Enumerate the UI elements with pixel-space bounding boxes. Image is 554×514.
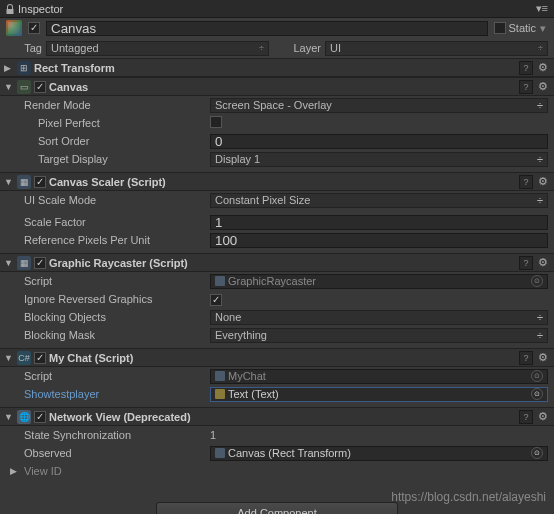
view-id-row[interactable]: ▶ View ID [0,462,554,480]
my-chat-title: My Chat (Script) [49,352,516,364]
network-view-enabled-checkbox[interactable] [34,411,46,423]
rect-transform-icon: ⊞ [17,61,31,75]
pixel-perfect-label: Pixel Perfect [38,117,206,129]
static-dropdown-icon[interactable]: ▾ [538,22,548,35]
gear-icon[interactable]: ⚙ [536,351,550,365]
gr-script-label: Script [24,275,206,287]
blocking-mask-label: Blocking Mask [24,329,206,341]
blocking-mask-dropdown[interactable]: Everything÷ [210,328,548,343]
foldout-icon[interactable]: ▼ [4,177,14,187]
showtestplayer-label: Showtestplayer [24,388,206,400]
foldout-icon[interactable]: ▼ [4,82,14,92]
mc-script-row: Script MyChat⊙ [0,367,554,385]
rect-transform-header[interactable]: ▶ ⊞ Rect Transform ? ⚙ [0,58,554,77]
script-icon: C# [17,351,31,365]
tag-dropdown[interactable]: Untagged÷ [46,41,269,56]
graphic-raycaster-enabled-checkbox[interactable] [34,257,46,269]
ref-px-row: Reference Pixels Per Unit [0,231,554,249]
add-component-button[interactable]: Add Component [156,502,398,514]
pixel-perfect-checkbox[interactable] [210,116,222,128]
render-mode-label: Render Mode [24,99,206,111]
tag-layer-row: Tag Untagged÷ Layer UI÷ [0,38,554,58]
gameobject-name-input[interactable] [46,21,488,36]
canvas-enabled-checkbox[interactable] [34,81,46,93]
ignore-reversed-row: Ignore Reversed Graphics [0,290,554,308]
state-sync-value: 1 [210,429,216,441]
scale-factor-row: Scale Factor [0,213,554,231]
help-icon[interactable]: ? [519,410,533,424]
rect-transform-title: Rect Transform [34,62,516,74]
help-icon[interactable]: ? [519,175,533,189]
sort-order-input[interactable] [210,134,548,149]
graphic-raycaster-icon: ▦ [17,256,31,270]
canvas-scaler-enabled-checkbox[interactable] [34,176,46,188]
sort-order-label: Sort Order [38,135,206,147]
canvas-scaler-header[interactable]: ▼ ▦ Canvas Scaler (Script) ? ⚙ [0,172,554,191]
static-checkbox[interactable]: Static ▾ [494,22,548,35]
ui-scale-mode-dropdown[interactable]: Constant Pixel Size÷ [210,193,548,208]
gameobject-icon [6,20,22,36]
foldout-icon[interactable]: ▶ [4,63,14,73]
state-sync-label: State Synchronization [24,429,206,441]
graphic-raycaster-header[interactable]: ▼ ▦ Graphic Raycaster (Script) ? ⚙ [0,253,554,272]
add-component-row: Add Component [0,496,554,514]
help-icon[interactable]: ? [519,61,533,75]
help-icon[interactable]: ? [519,80,533,94]
gear-icon[interactable]: ⚙ [536,80,550,94]
view-id-label: View ID [24,465,206,477]
ref-px-label: Reference Pixels Per Unit [24,234,206,246]
foldout-icon[interactable]: ▼ [4,258,14,268]
observed-label: Observed [24,447,206,459]
ignore-reversed-checkbox[interactable] [210,294,222,306]
render-mode-dropdown[interactable]: Screen Space - Overlay÷ [210,98,548,113]
mc-script-label: Script [24,370,206,382]
foldout-icon[interactable]: ▶ [10,466,20,476]
foldout-icon[interactable]: ▼ [4,412,14,422]
my-chat-header[interactable]: ▼ C# My Chat (Script) ? ⚙ [0,348,554,367]
blocking-objects-row: Blocking Objects None÷ [0,308,554,326]
gear-icon[interactable]: ⚙ [536,175,550,189]
scale-factor-label: Scale Factor [24,216,206,228]
inspector-title: Inspector [18,3,63,15]
my-chat-enabled-checkbox[interactable] [34,352,46,364]
gameobject-enabled-checkbox[interactable] [28,22,40,34]
network-view-icon: 🌐 [17,410,31,424]
tag-label: Tag [14,42,42,54]
render-mode-row: Render Mode Screen Space - Overlay÷ [0,96,554,114]
ignore-reversed-label: Ignore Reversed Graphics [24,293,206,305]
showtestplayer-field[interactable]: Text (Text)⊙ [210,387,548,402]
help-icon[interactable]: ? [519,256,533,270]
target-display-dropdown[interactable]: Display 1÷ [210,152,548,167]
ui-scale-mode-label: UI Scale Mode [24,194,206,206]
ref-px-input[interactable] [210,233,548,248]
lock-icon[interactable] [4,3,16,15]
static-label: Static [508,22,536,34]
help-icon[interactable]: ? [519,351,533,365]
gr-script-row: Script GraphicRaycaster⊙ [0,272,554,290]
blocking-mask-row: Blocking Mask Everything÷ [0,326,554,344]
network-view-header[interactable]: ▼ 🌐 Network View (Deprecated) ? ⚙ [0,407,554,426]
gear-icon[interactable]: ⚙ [536,410,550,424]
gear-icon[interactable]: ⚙ [536,61,550,75]
target-display-label: Target Display [38,153,206,165]
canvas-scaler-title: Canvas Scaler (Script) [49,176,516,188]
canvas-scaler-icon: ▦ [17,175,31,189]
mc-script-field[interactable]: MyChat⊙ [210,369,548,384]
foldout-icon[interactable]: ▼ [4,353,14,363]
canvas-header[interactable]: ▼ ▭ Canvas ? ⚙ [0,77,554,96]
layer-dropdown[interactable]: UI÷ [325,41,548,56]
blocking-objects-label: Blocking Objects [24,311,206,323]
showtestplayer-row: Showtestplayer Text (Text)⊙ [0,385,554,403]
pixel-perfect-row: Pixel Perfect [0,114,554,132]
graphic-raycaster-title: Graphic Raycaster (Script) [49,257,516,269]
scale-factor-input[interactable] [210,215,548,230]
blocking-objects-dropdown[interactable]: None÷ [210,310,548,325]
tab-menu-icon[interactable]: ▾≡ [530,2,554,15]
target-display-row: Target Display Display 1÷ [0,150,554,168]
gr-script-field[interactable]: GraphicRaycaster⊙ [210,274,548,289]
gear-icon[interactable]: ⚙ [536,256,550,270]
observed-field[interactable]: Canvas (Rect Transform)⊙ [210,446,548,461]
network-view-title: Network View (Deprecated) [49,411,516,423]
observed-row: Observed Canvas (Rect Transform)⊙ [0,444,554,462]
ui-scale-mode-row: UI Scale Mode Constant Pixel Size÷ [0,191,554,209]
